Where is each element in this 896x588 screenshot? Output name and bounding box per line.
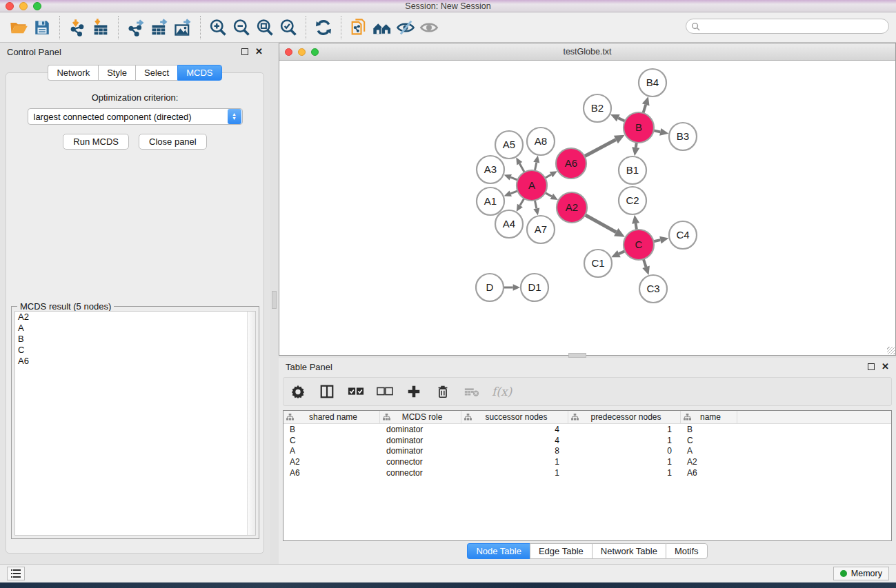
status-menu-button[interactable]: [7, 567, 25, 580]
export-image-button[interactable]: [171, 16, 195, 39]
refresh-view-button[interactable]: [312, 16, 335, 39]
graph-edge-A-A7[interactable]: [535, 201, 536, 209]
graph-edge-A-A1[interactable]: [510, 191, 517, 194]
hide-selected-button[interactable]: [394, 16, 417, 39]
tab-select[interactable]: Select: [135, 65, 177, 81]
table-cell[interactable]: C: [681, 436, 737, 445]
column-layout-button[interactable]: [318, 383, 336, 401]
import-table-button[interactable]: [89, 16, 112, 39]
graph-edge-A-A6[interactable]: [545, 174, 551, 178]
table-cell[interactable]: connector: [380, 468, 461, 478]
tab-node-table[interactable]: Node Table: [467, 543, 530, 559]
tab-edge-table[interactable]: Edge Table: [530, 543, 592, 559]
graph-edge-A-A5[interactable]: [519, 163, 524, 172]
cybrowser-home-button[interactable]: [370, 16, 394, 39]
table-cell[interactable]: 1: [568, 457, 681, 467]
graph-edge-A-A3[interactable]: [510, 177, 517, 180]
result-list-item[interactable]: A: [15, 323, 255, 334]
column-header[interactable]: predecessor nodes: [568, 411, 681, 423]
graph-edge-B-B2[interactable]: [618, 118, 625, 121]
graph-edge-A-A2[interactable]: [545, 193, 552, 196]
network-window-titlebar[interactable]: testGlobe.txt: [279, 43, 895, 61]
close-panel-button[interactable]: Close panel: [139, 134, 207, 150]
table-cell[interactable]: dominator: [380, 446, 461, 456]
zoom-selected-button[interactable]: [277, 16, 300, 39]
vertical-splitter-handle[interactable]: [272, 291, 277, 309]
graph-edge-B-B3[interactable]: [654, 130, 661, 132]
table-cell[interactable]: dominator: [380, 436, 461, 445]
add-column-button[interactable]: [405, 383, 423, 401]
graph-edge-C-C4[interactable]: [653, 240, 660, 241]
float-panel-icon[interactable]: [868, 363, 875, 370]
table-cell[interactable]: 1: [568, 425, 681, 434]
network-canvas[interactable]: AA1A2A3A4A5A6A7A8BB1B2B3B4CC1C2C3C4DD1: [279, 61, 895, 355]
graph-edge-C-C1[interactable]: [619, 251, 625, 254]
table-cell[interactable]: 4: [461, 425, 568, 434]
result-list-item[interactable]: B: [15, 334, 255, 345]
close-panel-icon[interactable]: ✕: [882, 363, 889, 370]
table-settings-button[interactable]: [289, 383, 307, 401]
result-list-item[interactable]: A2: [15, 312, 255, 323]
table-cell[interactable]: 1: [461, 457, 568, 467]
table-cell[interactable]: dominator: [380, 425, 461, 434]
select-all-button[interactable]: [347, 383, 365, 401]
graph-edge-C-C3[interactable]: [644, 259, 646, 267]
graph-edge-A2-C[interactable]: [585, 215, 616, 232]
export-table-button[interactable]: [148, 16, 171, 39]
delete-column-button[interactable]: [434, 383, 452, 401]
table-cell[interactable]: C: [283, 436, 380, 445]
close-panel-icon[interactable]: ✕: [255, 48, 263, 55]
table-cell[interactable]: A: [681, 446, 737, 456]
network-graph[interactable]: AA1A2A3A4A5A6A7A8BB1B2B3B4CC1C2C3C4DD1: [279, 61, 895, 355]
table-cell[interactable]: B: [681, 425, 737, 434]
table-cell[interactable]: A6: [283, 468, 380, 478]
unselect-all-button[interactable]: [376, 383, 394, 401]
resize-grip-icon[interactable]: [887, 347, 895, 354]
graph-edge-C-C2[interactable]: [636, 223, 637, 230]
import-network-button[interactable]: [66, 16, 89, 39]
clone-network-button[interactable]: [347, 16, 370, 39]
table-cell[interactable]: A6: [681, 468, 737, 478]
graph-edge-A6-B[interactable]: [584, 140, 615, 156]
table-row[interactable]: Bdominator41B: [283, 424, 891, 435]
export-network-button[interactable]: [124, 16, 148, 39]
graph-edge-A-A8[interactable]: [535, 163, 536, 171]
column-header[interactable]: shared name: [283, 411, 380, 423]
tab-network-table[interactable]: Network Table: [592, 543, 666, 559]
column-header[interactable]: name: [681, 411, 737, 423]
table-cell[interactable]: A2: [283, 457, 380, 467]
table-cell[interactable]: connector: [380, 457, 461, 467]
graph-edge-A-A4[interactable]: [520, 199, 524, 205]
table-cell[interactable]: 1: [568, 468, 681, 478]
table-cell[interactable]: 1: [568, 436, 681, 445]
table-row[interactable]: Cdominator41C: [283, 435, 891, 446]
table-row[interactable]: A6connector11A6: [283, 467, 891, 478]
result-scrollbar[interactable]: [247, 312, 255, 535]
float-panel-icon[interactable]: [241, 48, 248, 55]
horizontal-splitter-handle[interactable]: [568, 353, 586, 358]
zoom-out-button[interactable]: [230, 16, 253, 39]
zoom-in-button[interactable]: [206, 16, 230, 39]
result-list-item[interactable]: A6: [15, 356, 255, 367]
run-mcds-button[interactable]: Run MCDS: [63, 134, 129, 150]
open-session-button[interactable]: [7, 16, 30, 39]
zoom-fit-button[interactable]: [253, 16, 277, 39]
search-input[interactable]: [703, 21, 888, 31]
table-cell[interactable]: B: [283, 425, 380, 434]
table-row[interactable]: Adominator80A: [283, 446, 891, 457]
tab-network[interactable]: Network: [48, 65, 98, 81]
tab-motifs[interactable]: Motifs: [666, 543, 708, 559]
search-field[interactable]: [686, 19, 889, 34]
column-header[interactable]: MCDS role: [380, 411, 461, 423]
table-row[interactable]: A2connector11A2: [283, 456, 891, 467]
delete-table-button[interactable]: [463, 383, 481, 401]
mcds-result-list[interactable]: A2ABCA6: [14, 311, 256, 536]
function-builder-button[interactable]: f(x): [492, 385, 512, 398]
show-all-button[interactable]: [417, 16, 441, 39]
column-header[interactable]: successor nodes: [461, 411, 568, 423]
criterion-dropdown[interactable]: largest connected component (directed) ▲…: [28, 108, 243, 125]
table-cell[interactable]: A2: [681, 457, 737, 467]
table-cell[interactable]: 1: [461, 468, 568, 478]
tab-mcds[interactable]: MCDS: [177, 65, 221, 81]
tab-style[interactable]: Style: [98, 65, 135, 81]
